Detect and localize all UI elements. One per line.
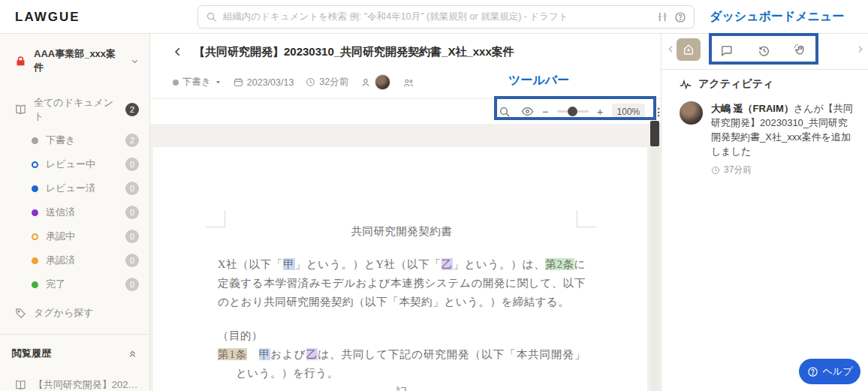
document-main: 【共同研究開発】20230310_共同研究開発契約書_X社_xxx案件 下書き …: [150, 34, 661, 391]
sidebar-divider: [0, 334, 149, 335]
home-icon: [683, 44, 695, 56]
activity-item: 大嶋 遥（FRAIM）さんが【共同研究開発】20230310_共同研究開発契約書…: [680, 101, 857, 176]
panel-collapse-left-icon[interactable]: [666, 44, 676, 54]
sidebar-item-sent[interactable]: 送信済 0: [0, 200, 149, 224]
sidebar-item-approved[interactable]: 承認済 0: [0, 248, 149, 272]
sidebar: AAA事業部_xxx案件 全てのドキュメント 2 下書き 2 レビュー中 0 レ…: [0, 34, 150, 391]
clock-icon: [306, 77, 315, 87]
sidebar-item-label: 全てのドキュメント: [34, 96, 118, 123]
history-item-label: 【共同研究開発】20230...: [34, 378, 139, 391]
tag-icon: [15, 308, 26, 319]
document-meta-row: 下書き 2023/03/13 32分前: [173, 74, 414, 90]
status-count-badge: 0: [125, 182, 139, 195]
status-count-badge: 0: [125, 254, 139, 267]
global-search-input[interactable]: 組織内のドキュメントを検索 例: "令和4年10月" (就業規則 or 就業規定…: [197, 5, 695, 29]
status-dot-draft: [32, 137, 38, 144]
article-1: 第1条 甲および乙は、共同して下記の研究開発（以下「本共同開発」という。）を行う…: [218, 345, 586, 383]
search-placeholder: 組織内のドキュメントを検索 例: "令和4年10月" (就業規則 or 就業規定…: [223, 11, 651, 23]
status-label: 送信済: [46, 206, 75, 219]
sidebar-item-completed[interactable]: 完了 0: [0, 272, 149, 296]
help-button[interactable]: ヘルプ: [799, 359, 860, 384]
highlight-article-ref: 第2条: [545, 258, 574, 270]
activity-user-name: 大嶋 遥（FRAIM）: [711, 103, 794, 114]
panel-scroll-right-icon[interactable]: [855, 44, 865, 54]
search-help-icon[interactable]: [674, 11, 686, 23]
sidebar-item-reviewed[interactable]: レビュー済 0: [0, 176, 149, 200]
chevron-down-icon: [131, 57, 139, 65]
document-scrollbar-thumb[interactable]: [650, 121, 659, 146]
status-count-badge: 0: [125, 158, 139, 171]
document-header: 【共同研究開発】20230310_共同研究開発契約書_X社_xxx案件 下書き …: [150, 34, 661, 99]
workspace-name: AAA事業部_xxx案件: [34, 47, 123, 74]
activity-header-label: アクティビティ: [698, 77, 773, 91]
document-title: 【共同研究開発】20230310_共同研究開発契約書_X社_xxx案件: [194, 45, 514, 59]
edited-ago-value: 32分前: [319, 76, 348, 89]
highlight-kou: 甲: [283, 258, 294, 270]
status-dot-sent: [32, 209, 38, 216]
history-item[interactable]: 【共同研究開発】20230...: [0, 366, 149, 391]
activity-text: 大嶋 遥（FRAIM）さんが【共同研究開発】20230310_共同研究開発契約書…: [711, 101, 857, 158]
status-dot: [173, 80, 179, 86]
activity-time-value: 37分前: [724, 164, 752, 176]
annotation-dashboard-menu-label: ダッシュボードメニュー: [710, 9, 844, 25]
activity-section-header: アクティビティ: [680, 77, 773, 91]
status-value: 下書き: [182, 76, 211, 89]
help-button-label: ヘルプ: [823, 365, 853, 378]
status-label: レビュー済: [46, 182, 95, 195]
contract-preamble: X社（以下「甲」という。）とY社（以下「乙」という。）は、第2条に定義する本学習…: [218, 255, 586, 311]
workspace-selector[interactable]: AAA事業部_xxx案件: [0, 34, 149, 85]
back-button[interactable]: [173, 47, 183, 57]
activity-pulse-icon: [680, 79, 692, 89]
status-count-badge: 0: [125, 278, 139, 291]
status-dot-reviewed: [32, 185, 38, 192]
sidebar-item-draft[interactable]: 下書き 2: [0, 128, 149, 152]
members-button[interactable]: [402, 77, 414, 88]
status-count-badge: 0: [125, 206, 139, 219]
document-date: 2023/03/13: [234, 77, 294, 88]
activity-time: 37分前: [711, 164, 857, 176]
person-icon: [360, 77, 371, 88]
sidebar-item-tags[interactable]: タグから探す: [0, 301, 149, 325]
calendar-icon: [234, 77, 243, 87]
clock-icon: [711, 166, 720, 175]
document-scrollbar-track[interactable]: [650, 124, 659, 391]
highlight-otsu: 乙: [306, 348, 318, 360]
document-edited-time: 32分前: [306, 76, 348, 89]
document-page[interactable]: 共同研究開発契約書 X社（以下「甲」という。）とY社（以下「乙」という。）は、第…: [153, 147, 647, 391]
status-dot-completed: [32, 281, 38, 288]
book-icon: [15, 380, 26, 390]
owner-avatar[interactable]: [375, 74, 390, 90]
history-header-label: 閲覧履歴: [12, 347, 128, 360]
activity-avatar: [680, 101, 703, 125]
collapse-up-icon[interactable]: [128, 349, 137, 359]
book-icon: [15, 104, 26, 115]
search-filter-icon[interactable]: [657, 11, 668, 23]
lawgue-logo[interactable]: LAWGUE: [15, 10, 80, 25]
assignee-group[interactable]: [360, 74, 390, 90]
sidebar-item-in-review[interactable]: レビュー中 0: [0, 152, 149, 176]
status-dot-in-review: [32, 161, 38, 168]
status-label: 承認中: [46, 230, 75, 243]
status-dot-approving: [32, 233, 38, 240]
status-count-badge: 2: [125, 134, 139, 147]
date-value: 2023/03/13: [247, 77, 294, 88]
page-text[interactable]: 共同研究開発契約書 X社（以下「甲」という。）とY社（以下「乙」という。）は、第…: [218, 222, 586, 391]
highlight-otsu: 乙: [442, 258, 453, 270]
history-section-header[interactable]: 閲覧履歴: [0, 341, 149, 366]
document-viewport[interactable]: 共同研究開発契約書 X社（以下「甲」という。）とY社（以下「乙」という。）は、第…: [150, 124, 661, 391]
status-dropdown[interactable]: 下書き: [173, 76, 222, 89]
sidebar-item-approving[interactable]: 承認中 0: [0, 224, 149, 248]
highlight-article-number: 第1条: [218, 348, 247, 360]
annotation-toolbar-label: ツールバー: [508, 73, 569, 89]
annotation-box-dashboard-menu: [709, 33, 818, 65]
tab-home[interactable]: [677, 38, 701, 61]
contract-title: 共同研究開発契約書: [218, 222, 586, 241]
sidebar-item-all-documents[interactable]: 全てのドキュメント 2: [0, 91, 149, 128]
caret-down-icon: [215, 79, 222, 86]
ki-heading: 記: [218, 383, 586, 391]
all-documents-count-badge: 2: [125, 103, 139, 116]
dashboard-panel: アクティビティ 大嶋 遥（FRAIM）さんが【共同研究開発】20230310_共…: [661, 34, 868, 391]
annotation-box-toolbar: [494, 96, 656, 120]
people-icon: [402, 77, 414, 88]
status-dot-approved: [32, 257, 38, 264]
